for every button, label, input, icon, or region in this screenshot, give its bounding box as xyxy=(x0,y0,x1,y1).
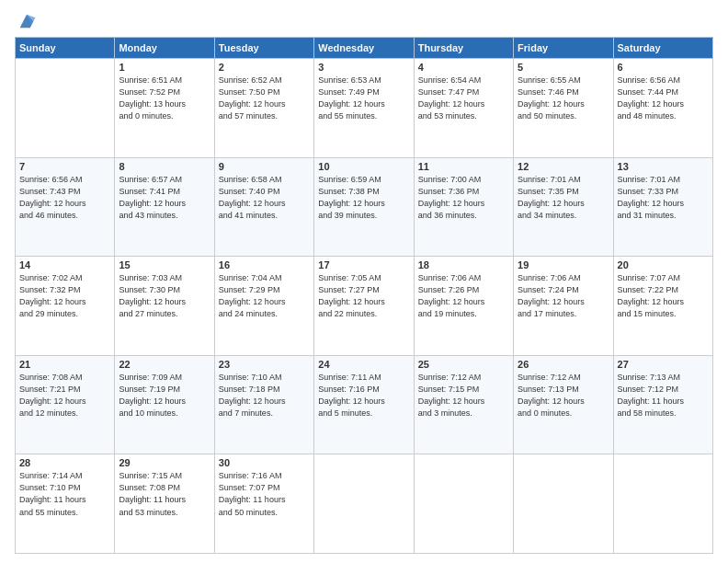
day-info: Sunrise: 7:12 AM Sunset: 7:13 PM Dayligh… xyxy=(518,372,609,419)
day-number: 12 xyxy=(518,161,609,172)
col-header-tuesday: Tuesday xyxy=(214,38,313,59)
calendar-cell: 19Sunrise: 7:06 AM Sunset: 7:24 PM Dayli… xyxy=(514,257,613,356)
calendar-cell: 27Sunrise: 7:13 AM Sunset: 7:12 PM Dayli… xyxy=(613,355,712,454)
calendar-cell: 16Sunrise: 7:04 AM Sunset: 7:29 PM Dayli… xyxy=(214,257,313,356)
day-info: Sunrise: 6:53 AM Sunset: 7:49 PM Dayligh… xyxy=(318,75,409,122)
calendar-cell: 7Sunrise: 6:56 AM Sunset: 7:43 PM Daylig… xyxy=(16,157,115,257)
day-number: 10 xyxy=(318,161,409,172)
day-info: Sunrise: 7:08 AM Sunset: 7:21 PM Dayligh… xyxy=(19,372,110,419)
day-number: 23 xyxy=(219,359,310,370)
col-header-thursday: Thursday xyxy=(414,38,513,59)
calendar-cell: 20Sunrise: 7:07 AM Sunset: 7:22 PM Dayli… xyxy=(613,257,712,356)
calendar-cell: 6Sunrise: 6:56 AM Sunset: 7:44 PM Daylig… xyxy=(613,59,712,158)
col-header-wednesday: Wednesday xyxy=(314,38,414,59)
day-number: 21 xyxy=(19,359,110,370)
day-info: Sunrise: 6:59 AM Sunset: 7:38 PM Dayligh… xyxy=(318,174,409,222)
day-info: Sunrise: 6:58 AM Sunset: 7:40 PM Dayligh… xyxy=(219,174,310,222)
day-number: 8 xyxy=(119,161,210,172)
day-number: 14 xyxy=(19,259,110,270)
calendar-cell: 11Sunrise: 7:00 AM Sunset: 7:36 PM Dayli… xyxy=(414,157,513,257)
calendar-cell: 23Sunrise: 7:10 AM Sunset: 7:18 PM Dayli… xyxy=(214,355,313,454)
day-number: 28 xyxy=(19,457,110,468)
day-number: 27 xyxy=(618,359,709,370)
day-info: Sunrise: 6:51 AM Sunset: 7:52 PM Dayligh… xyxy=(119,75,210,122)
day-info: Sunrise: 7:10 AM Sunset: 7:18 PM Dayligh… xyxy=(219,372,310,419)
day-info: Sunrise: 7:03 AM Sunset: 7:30 PM Dayligh… xyxy=(119,272,210,320)
day-number: 2 xyxy=(219,62,310,73)
day-info: Sunrise: 7:05 AM Sunset: 7:27 PM Dayligh… xyxy=(318,272,409,320)
calendar-cell: 21Sunrise: 7:08 AM Sunset: 7:21 PM Dayli… xyxy=(16,355,115,454)
day-info: Sunrise: 7:09 AM Sunset: 7:19 PM Dayligh… xyxy=(119,372,210,419)
calendar-cell: 15Sunrise: 7:03 AM Sunset: 7:30 PM Dayli… xyxy=(115,257,214,356)
day-info: Sunrise: 7:12 AM Sunset: 7:15 PM Dayligh… xyxy=(418,372,509,419)
day-info: Sunrise: 7:01 AM Sunset: 7:33 PM Dayligh… xyxy=(618,174,709,222)
calendar-header-row: SundayMondayTuesdayWednesdayThursdayFrid… xyxy=(16,38,713,59)
day-number: 29 xyxy=(119,457,210,468)
day-number: 15 xyxy=(119,259,210,270)
day-info: Sunrise: 6:54 AM Sunset: 7:47 PM Dayligh… xyxy=(418,75,509,122)
calendar-cell: 26Sunrise: 7:12 AM Sunset: 7:13 PM Dayli… xyxy=(514,355,613,454)
day-number: 22 xyxy=(119,359,210,370)
day-number: 18 xyxy=(418,259,509,270)
day-info: Sunrise: 7:11 AM Sunset: 7:16 PM Dayligh… xyxy=(318,372,409,419)
day-info: Sunrise: 6:56 AM Sunset: 7:43 PM Dayligh… xyxy=(19,174,110,222)
day-number: 17 xyxy=(318,259,409,270)
day-number: 13 xyxy=(618,161,709,172)
day-number: 24 xyxy=(318,359,409,370)
day-number: 5 xyxy=(518,62,609,73)
calendar-cell: 4Sunrise: 6:54 AM Sunset: 7:47 PM Daylig… xyxy=(414,59,513,158)
col-header-saturday: Saturday xyxy=(613,38,712,59)
calendar-cell: 1Sunrise: 6:51 AM Sunset: 7:52 PM Daylig… xyxy=(115,59,214,158)
calendar-cell: 13Sunrise: 7:01 AM Sunset: 7:33 PM Dayli… xyxy=(613,157,712,257)
calendar-cell: 12Sunrise: 7:01 AM Sunset: 7:35 PM Dayli… xyxy=(514,157,613,257)
calendar-week-1: 1Sunrise: 6:51 AM Sunset: 7:52 PM Daylig… xyxy=(16,59,713,158)
calendar-cell xyxy=(414,454,513,554)
col-header-friday: Friday xyxy=(514,38,613,59)
day-info: Sunrise: 7:13 AM Sunset: 7:12 PM Dayligh… xyxy=(618,372,709,419)
page: SundayMondayTuesdayWednesdayThursdayFrid… xyxy=(0,0,728,563)
day-number: 7 xyxy=(19,161,110,172)
calendar-cell: 24Sunrise: 7:11 AM Sunset: 7:16 PM Dayli… xyxy=(314,355,414,454)
calendar-cell: 18Sunrise: 7:06 AM Sunset: 7:26 PM Dayli… xyxy=(414,257,513,356)
calendar-cell: 29Sunrise: 7:15 AM Sunset: 7:08 PM Dayli… xyxy=(115,454,214,554)
col-header-monday: Monday xyxy=(115,38,214,59)
day-info: Sunrise: 7:07 AM Sunset: 7:22 PM Dayligh… xyxy=(618,272,709,320)
logo xyxy=(15,15,37,31)
day-info: Sunrise: 7:00 AM Sunset: 7:36 PM Dayligh… xyxy=(418,174,509,222)
day-info: Sunrise: 7:16 AM Sunset: 7:07 PM Dayligh… xyxy=(219,470,310,518)
day-info: Sunrise: 6:55 AM Sunset: 7:46 PM Dayligh… xyxy=(518,75,609,122)
day-info: Sunrise: 6:52 AM Sunset: 7:50 PM Dayligh… xyxy=(219,75,310,122)
day-number: 16 xyxy=(219,259,310,270)
calendar-cell: 25Sunrise: 7:12 AM Sunset: 7:15 PM Dayli… xyxy=(414,355,513,454)
calendar-cell: 14Sunrise: 7:02 AM Sunset: 7:32 PM Dayli… xyxy=(16,257,115,356)
day-number: 11 xyxy=(418,161,509,172)
day-info: Sunrise: 7:01 AM Sunset: 7:35 PM Dayligh… xyxy=(518,174,609,222)
day-info: Sunrise: 7:02 AM Sunset: 7:32 PM Dayligh… xyxy=(19,272,110,320)
calendar-cell: 5Sunrise: 6:55 AM Sunset: 7:46 PM Daylig… xyxy=(514,59,613,158)
calendar-cell: 28Sunrise: 7:14 AM Sunset: 7:10 PM Dayli… xyxy=(16,454,115,554)
day-info: Sunrise: 7:15 AM Sunset: 7:08 PM Dayligh… xyxy=(119,470,210,518)
day-number: 1 xyxy=(119,62,210,73)
calendar-cell xyxy=(613,454,712,554)
calendar-cell: 8Sunrise: 6:57 AM Sunset: 7:41 PM Daylig… xyxy=(115,157,214,257)
logo-icon xyxy=(17,11,37,31)
calendar-week-4: 21Sunrise: 7:08 AM Sunset: 7:21 PM Dayli… xyxy=(16,355,713,454)
calendar-cell: 22Sunrise: 7:09 AM Sunset: 7:19 PM Dayli… xyxy=(115,355,214,454)
day-info: Sunrise: 7:14 AM Sunset: 7:10 PM Dayligh… xyxy=(19,470,110,518)
calendar-cell xyxy=(514,454,613,554)
calendar-cell: 2Sunrise: 6:52 AM Sunset: 7:50 PM Daylig… xyxy=(214,59,313,158)
header xyxy=(15,11,713,31)
calendar-table: SundayMondayTuesdayWednesdayThursdayFrid… xyxy=(15,37,713,554)
calendar-week-2: 7Sunrise: 6:56 AM Sunset: 7:43 PM Daylig… xyxy=(16,157,713,257)
day-number: 3 xyxy=(318,62,409,73)
day-number: 19 xyxy=(518,259,609,270)
day-number: 4 xyxy=(418,62,509,73)
day-number: 9 xyxy=(219,161,310,172)
calendar-cell: 30Sunrise: 7:16 AM Sunset: 7:07 PM Dayli… xyxy=(214,454,313,554)
day-number: 25 xyxy=(418,359,509,370)
calendar-week-5: 28Sunrise: 7:14 AM Sunset: 7:10 PM Dayli… xyxy=(16,454,713,554)
day-info: Sunrise: 7:06 AM Sunset: 7:24 PM Dayligh… xyxy=(518,272,609,320)
calendar-cell: 10Sunrise: 6:59 AM Sunset: 7:38 PM Dayli… xyxy=(314,157,414,257)
day-info: Sunrise: 7:04 AM Sunset: 7:29 PM Dayligh… xyxy=(219,272,310,320)
calendar-cell: 9Sunrise: 6:58 AM Sunset: 7:40 PM Daylig… xyxy=(214,157,313,257)
